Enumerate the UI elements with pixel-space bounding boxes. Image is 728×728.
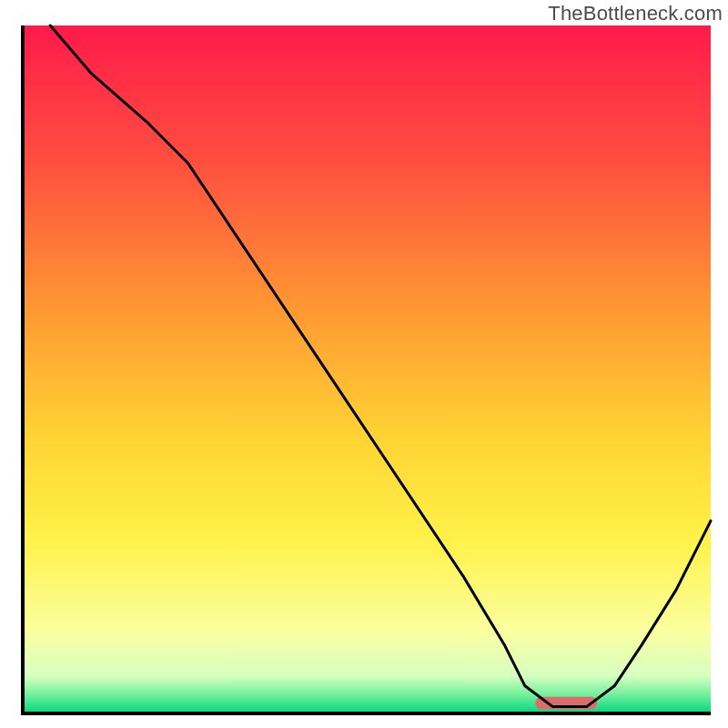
chart-frame: TheBottleneck.com (0, 0, 728, 728)
gradient-background (23, 25, 711, 713)
bottleneck-chart (0, 0, 728, 728)
